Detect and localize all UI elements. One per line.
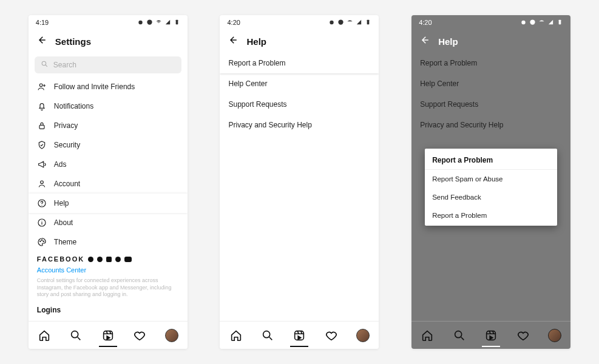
signal-icon	[164, 19, 171, 27]
svg-point-17	[263, 331, 270, 337]
item-label: Notifications	[54, 102, 93, 110]
facebook-row: FACEBOOK	[29, 252, 188, 264]
settings-list: Follow and Invite Friends Notifications …	[29, 77, 188, 321]
instagram-icon	[106, 257, 112, 262]
item-label: About	[54, 218, 73, 227]
item-label: Follow and Invite Friends	[54, 83, 135, 91]
messenger-icon	[97, 257, 103, 262]
help-list: Report a Problem Help Center Support Req…	[220, 53, 379, 321]
avatar-icon	[548, 329, 561, 342]
page-title: Settings	[55, 36, 91, 47]
battery-icon	[174, 19, 180, 27]
shield-icon	[37, 140, 47, 150]
fb-icon	[88, 257, 93, 262]
status-time: 4:19	[36, 19, 49, 26]
wifi-icon	[155, 19, 162, 27]
item-label: Help	[54, 199, 69, 207]
item-about[interactable]: About	[29, 213, 188, 232]
alarm-icon	[328, 19, 335, 27]
logins-header: Logins	[29, 302, 188, 318]
page-title: Help	[246, 36, 266, 47]
status-time: 4:20	[227, 19, 240, 26]
screen-settings: 4:19 Settings Search Follow and Invite F…	[29, 15, 188, 349]
add-person-icon	[37, 82, 47, 92]
item-ads[interactable]: Ads	[29, 155, 188, 174]
svg-point-22	[455, 331, 461, 337]
tab-search[interactable]	[261, 329, 274, 342]
item-follow-invite[interactable]: Follow and Invite Friends	[29, 77, 188, 96]
tabbar	[411, 321, 570, 349]
item-support-requests[interactable]: Support Requests	[411, 94, 570, 115]
dialog-title: Report a Problem	[425, 150, 557, 170]
tab-reels[interactable]	[101, 329, 115, 342]
dialog-option-feedback[interactable]: Send Feedback	[425, 188, 557, 206]
svg-point-4	[39, 84, 42, 87]
tab-activity[interactable]	[325, 329, 338, 342]
tab-activity[interactable]	[516, 329, 530, 342]
svg-rect-5	[39, 125, 44, 129]
item-report-problem[interactable]: Report a Problem	[411, 53, 570, 73]
back-arrow-icon[interactable]	[36, 35, 47, 48]
tab-home[interactable]	[421, 329, 434, 342]
status-icons	[137, 19, 180, 27]
item-privacy-security-help[interactable]: Privacy and Security Help	[411, 115, 570, 135]
tab-home[interactable]	[38, 329, 51, 342]
nfc-icon	[337, 19, 344, 27]
svg-rect-21	[559, 19, 561, 24]
search-icon	[41, 60, 49, 70]
signal-icon	[547, 19, 554, 27]
nfc-icon	[529, 19, 536, 27]
page-title: Help	[438, 36, 458, 47]
accounts-center-desc: Control settings for connected experienc…	[29, 276, 188, 302]
dialog-option-report[interactable]: Report a Problem	[425, 206, 557, 224]
back-arrow-icon[interactable]	[227, 35, 238, 48]
alarm-icon	[137, 19, 144, 27]
item-label: Security	[54, 141, 80, 149]
tab-profile[interactable]	[548, 329, 561, 342]
item-help-center[interactable]: Help Center	[411, 73, 570, 94]
item-help[interactable]: Help	[29, 194, 188, 213]
svg-point-15	[339, 19, 343, 24]
svg-point-3	[42, 61, 46, 66]
tab-home[interactable]	[229, 329, 243, 342]
tab-activity[interactable]	[133, 329, 146, 342]
signal-icon	[356, 19, 362, 27]
item-account[interactable]: Account	[29, 174, 188, 194]
item-help-center[interactable]: Help Center	[220, 73, 379, 94]
tab-reels[interactable]	[484, 329, 498, 342]
lock-icon	[37, 121, 47, 130]
item-notifications[interactable]: Notifications	[29, 96, 188, 116]
accounts-center-link[interactable]: Accounts Center	[29, 264, 188, 276]
oculus-icon	[124, 257, 132, 262]
status-bar: 4:20	[411, 15, 570, 29]
item-label: Account	[54, 180, 80, 188]
tab-profile[interactable]	[165, 329, 178, 342]
report-problem-dialog: Report a Problem Report Spam or Abuse Se…	[425, 149, 557, 226]
svg-rect-2	[175, 19, 178, 24]
tab-search[interactable]	[453, 329, 466, 342]
header: Help	[411, 29, 570, 53]
screen-help-dialog: 4:20 Help Report a Problem Help Center S…	[411, 15, 570, 349]
item-label: Privacy	[54, 121, 78, 130]
nfc-icon	[146, 19, 153, 27]
item-theme[interactable]: Theme	[29, 232, 188, 252]
tab-search[interactable]	[69, 329, 83, 342]
wifi-icon	[538, 19, 545, 27]
item-privacy[interactable]: Privacy	[29, 116, 188, 135]
tab-profile[interactable]	[356, 329, 370, 342]
whatsapp-icon	[115, 257, 121, 262]
item-report-problem[interactable]: Report a Problem	[220, 53, 379, 73]
svg-point-10	[41, 240, 42, 240]
item-support-requests[interactable]: Support Requests	[220, 94, 379, 115]
item-security[interactable]: Security	[29, 135, 188, 155]
back-arrow-icon[interactable]	[419, 35, 430, 48]
status-bar: 4:20	[220, 15, 379, 29]
svg-point-12	[72, 331, 78, 337]
search-input[interactable]: Search	[35, 56, 181, 73]
tab-reels[interactable]	[293, 329, 306, 342]
status-icons	[520, 19, 563, 27]
item-label: Ads	[54, 160, 67, 169]
item-privacy-security-help[interactable]: Privacy and Security Help	[220, 115, 379, 135]
svg-rect-16	[367, 19, 370, 24]
dialog-option-spam[interactable]: Report Spam or Abuse	[425, 170, 557, 188]
